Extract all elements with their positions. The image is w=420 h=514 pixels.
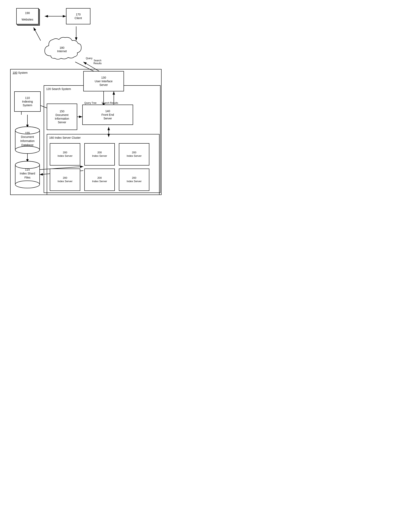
- svg-text:Internet: Internet: [57, 50, 67, 53]
- ui-server-node: 130 User InterfaceServer: [83, 71, 124, 91]
- indexing-label: IndexingSystem: [22, 100, 33, 107]
- is3-num: 200: [132, 151, 136, 154]
- ui-server-label: User InterfaceServer: [95, 79, 112, 87]
- client-label: Client: [75, 16, 82, 20]
- is2-num: 200: [97, 151, 102, 154]
- architecture-diagram: 190 Websites 170 Client 180 Internet Que…: [4, 4, 163, 199]
- query-tree-label: Query Tree: [84, 102, 97, 104]
- client-num: 170: [76, 13, 81, 16]
- search-system-label: 120 Search System: [46, 87, 71, 91]
- svg-point-23: [15, 146, 40, 154]
- index-shard-num: 115: [20, 168, 35, 172]
- is5-num: 200: [97, 176, 102, 180]
- index-shard-label: Index ShardFiles: [20, 172, 35, 180]
- index-server-1: 200 Index Server: [50, 143, 80, 166]
- is6-label: Index Server: [127, 180, 142, 183]
- doc-info-db-label: DocumentInformationDatabase: [20, 135, 35, 147]
- search-results-label-top: SearchResults: [93, 59, 102, 65]
- front-end-server-node: 140 Front EndServer: [82, 105, 133, 125]
- is1-label: Index Server: [58, 154, 73, 158]
- index-server-4: 200 Index Server: [50, 169, 80, 191]
- svg-point-27: [15, 181, 40, 188]
- is4-num: 200: [63, 176, 67, 180]
- front-end-label: Front EndServer: [101, 113, 114, 120]
- index-shard-files-node: 115 Index ShardFiles: [14, 161, 41, 189]
- internet-node: 180 Internet Query SearchResults: [39, 36, 85, 63]
- is1-num: 200: [63, 151, 67, 154]
- ui-server-num: 130: [101, 76, 106, 79]
- is6-num: 200: [132, 176, 136, 180]
- index-server-5: 200 Index Server: [84, 169, 115, 191]
- indexing-num: 110: [25, 96, 30, 100]
- cloud-svg: 180 Internet: [39, 36, 85, 62]
- svg-point-28: [15, 161, 40, 169]
- websites-num: 190: [25, 11, 30, 15]
- svg-text:180: 180: [60, 46, 64, 49]
- client-node: 170 Client: [66, 8, 90, 24]
- doc-info-server-label: DocumentInformationServer: [55, 113, 69, 124]
- is4-label: Index Server: [58, 180, 73, 183]
- is2-label: Index Server: [92, 154, 107, 158]
- doc-info-server-node: 150 DocumentInformationServer: [47, 103, 77, 130]
- query-label: Query: [86, 57, 92, 60]
- index-cluster-label: 160 Index Server Cluster: [49, 136, 81, 139]
- index-server-6: 200 Index Server: [119, 169, 149, 191]
- doc-info-db-num: 155: [20, 131, 35, 135]
- search-results-label-mid: Search Results: [102, 102, 118, 104]
- websites-label: Websites: [22, 18, 33, 21]
- doc-info-server-num: 150: [60, 110, 64, 113]
- indexing-system-node: 110 IndexingSystem: [14, 91, 41, 112]
- is3-label: Index Server: [127, 154, 142, 158]
- index-server-3: 200 Index Server: [119, 143, 149, 166]
- index-server-2: 200 Index Server: [84, 143, 115, 166]
- front-end-num: 140: [105, 109, 110, 113]
- is5-label: Index Server: [92, 180, 107, 183]
- doc-info-db-node: 155 DocumentInformationDatabase: [14, 126, 41, 154]
- system-label: 100 System: [13, 71, 28, 74]
